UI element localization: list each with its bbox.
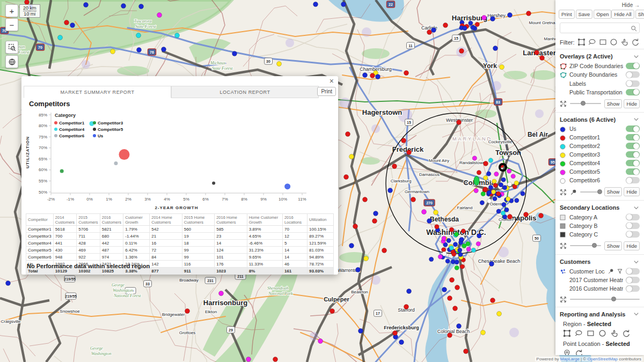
tab-location-report[interactable]: LOCATION REPORT <box>171 86 319 98</box>
toggle-zip-code-boundaries[interactable] <box>626 63 640 69</box>
layer-label: Category A <box>569 214 623 220</box>
section-header[interactable]: Locations (6 Active) <box>555 113 644 125</box>
slider-knob[interactable] <box>597 189 602 194</box>
show-button[interactable]: Show <box>604 187 623 196</box>
maplarge-link[interactable]: MapLarge <box>560 357 580 361</box>
undo-filter-icon[interactable] <box>631 38 639 46</box>
circle-filter-icon[interactable] <box>610 38 618 46</box>
toggle-2016-customer-heatmap[interactable] <box>626 285 640 292</box>
poly-tool-icon[interactable] <box>563 329 571 337</box>
toggle-2017-customer-heatmap[interactable] <box>626 277 640 283</box>
table-cell: 8% <box>247 268 282 275</box>
hand-filter-icon[interactable] <box>620 38 628 46</box>
osm-link[interactable]: OpenStreetMap <box>587 357 617 361</box>
hide-button[interactable]: Hide <box>624 187 640 196</box>
slider-knob[interactable] <box>581 101 586 106</box>
circle-tool-icon[interactable] <box>598 329 606 337</box>
search-box[interactable] <box>560 23 640 33</box>
hide-panel-link[interactable]: Hide → <box>555 0 644 8</box>
print-button[interactable]: Print <box>559 10 575 19</box>
toggle-knob <box>626 80 632 86</box>
section-header[interactable]: Secondary Locations <box>555 201 644 213</box>
svg-text:Competitor6: Competitor6 <box>59 134 85 138</box>
lasso-filter-icon[interactable] <box>588 38 596 46</box>
lasso-tool-icon[interactable] <box>575 329 583 337</box>
column-header: Customer Growth <box>123 214 150 226</box>
marker-tool-icon[interactable] <box>563 349 571 355</box>
close-icon[interactable]: × <box>330 77 334 85</box>
toggle-labels[interactable] <box>626 80 640 87</box>
table-cell: 948 <box>53 254 76 261</box>
toggle-category-b[interactable] <box>626 223 640 229</box>
search-input[interactable] <box>562 25 631 32</box>
rect-filter-icon[interactable] <box>599 38 607 46</box>
table-cell: 9.65% <box>247 254 282 261</box>
sq-icon <box>560 223 567 230</box>
table-cell: 469 <box>77 247 100 254</box>
toggle-public-transportation[interactable] <box>626 89 640 95</box>
svg-text:Washington: Washington <box>91 351 112 356</box>
rect-tool-icon[interactable] <box>587 329 595 337</box>
undo-tool-icon[interactable] <box>575 349 583 355</box>
pin-icon[interactable] <box>608 268 614 275</box>
hide-button[interactable]: Hide <box>624 99 640 108</box>
green-location-marker[interactable] <box>474 176 479 186</box>
show-button[interactable]: Show <box>604 241 623 250</box>
hide-all-button[interactable]: Hide All <box>611 10 634 19</box>
zoom-in-button[interactable]: + <box>5 4 18 17</box>
expand-icon[interactable] <box>560 295 567 303</box>
open-button[interactable]: Open <box>594 10 611 19</box>
toggle-category-c[interactable] <box>626 231 640 238</box>
toggle-county-boundaries[interactable] <box>626 71 640 78</box>
toggle-competitor6[interactable] <box>626 177 640 183</box>
poly-filter-icon[interactable] <box>577 38 586 46</box>
svg-text:5%: 5% <box>183 197 189 202</box>
save-button[interactable]: Save <box>576 10 593 19</box>
toggle-competitor4[interactable] <box>626 160 640 166</box>
show-all-button[interactable]: Show All <box>635 10 644 19</box>
search-icon[interactable] <box>631 24 637 31</box>
toggle-competitor3[interactable] <box>626 151 640 158</box>
zoom-out-button[interactable]: − <box>5 18 18 31</box>
table-cell: 1.79% <box>123 226 150 233</box>
expand-icon[interactable] <box>560 100 567 107</box>
svg-text:15: 15 <box>407 121 411 124</box>
globe-icon[interactable] <box>5 55 18 68</box>
pin-icon[interactable] <box>570 188 577 196</box>
print-button[interactable]: Print <box>317 87 336 96</box>
box-zoom-icon[interactable] <box>5 41 18 54</box>
table-cell: 5618 <box>53 226 76 233</box>
svg-text:York: York <box>483 62 497 70</box>
expand-icon[interactable] <box>560 242 567 250</box>
map-viewport[interactable]: 707076228395270151115305017219/55219/552… <box>0 0 644 362</box>
section-reporting-analysis[interactable]: Reporting and Analysis <box>555 307 644 320</box>
hide-button[interactable]: Hide <box>624 241 640 250</box>
opacity-slider[interactable] <box>570 299 640 300</box>
table-cell: 711 <box>77 233 100 240</box>
toggle-us[interactable] <box>626 125 640 132</box>
toggle-customer-locations[interactable] <box>626 268 640 275</box>
toggle-knob <box>633 152 639 158</box>
tab-market-summary-report[interactable]: MARKET SUMMARY REPORT <box>24 86 171 98</box>
svg-text:22: 22 <box>389 3 393 6</box>
slider-knob[interactable] <box>592 243 597 248</box>
opacity-slider[interactable] <box>570 103 601 104</box>
toggle-competitor5[interactable] <box>626 168 640 175</box>
opacity-slider[interactable] <box>570 245 601 246</box>
section-header[interactable]: Customers <box>555 255 644 267</box>
layer-item-competitor4: Competitor4 <box>555 159 644 167</box>
toggle-category-a[interactable] <box>626 214 640 220</box>
funnel-icon[interactable] <box>617 268 623 275</box>
hand-tool-icon[interactable] <box>610 329 618 337</box>
toggle-competitor1[interactable] <box>626 134 640 141</box>
section-header[interactable]: Overlays (2 Active) <box>555 49 644 62</box>
show-button[interactable]: Show <box>604 99 623 108</box>
slider-knob[interactable] <box>611 297 616 301</box>
expand-icon[interactable] <box>560 188 567 196</box>
table-cell: 31.23% <box>247 247 282 254</box>
undo-tool-icon[interactable] <box>622 329 630 337</box>
no-data-note: No Performance data within selected regi… <box>27 263 150 269</box>
toggle-competitor2[interactable] <box>626 143 640 149</box>
svg-text:Snowshoe: Snowshoe <box>60 309 80 314</box>
opacity-slider[interactable] <box>580 191 601 193</box>
